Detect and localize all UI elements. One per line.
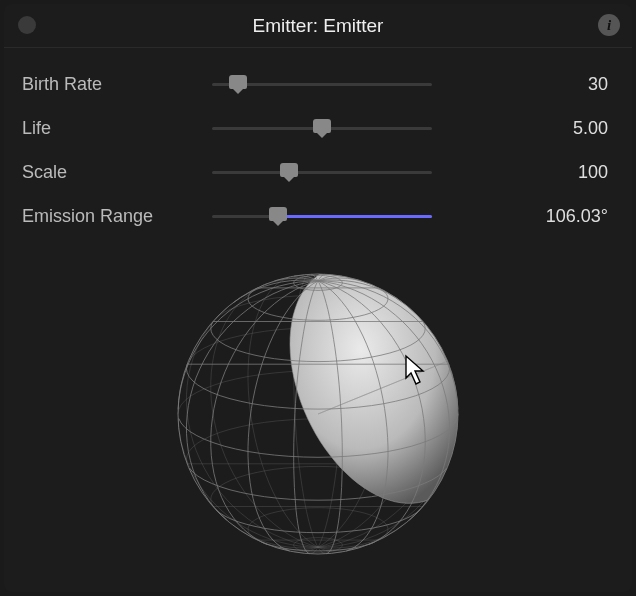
slider-fill xyxy=(278,215,432,218)
slider-thumb[interactable] xyxy=(229,75,247,89)
slider-thumb[interactable] xyxy=(280,163,298,177)
param-row-life: Life 5.00 xyxy=(22,106,614,150)
window-dot-icon xyxy=(18,16,36,34)
param-label: Scale xyxy=(22,162,212,183)
param-row-emission-range: Emission Range 106.03° xyxy=(22,194,614,238)
param-row-scale: Scale 100 xyxy=(22,150,614,194)
life-slider[interactable] xyxy=(212,116,432,140)
life-value[interactable]: 5.00 xyxy=(432,118,614,139)
param-label: Emission Range xyxy=(22,206,212,227)
param-label: Birth Rate xyxy=(22,74,212,95)
param-row-birth-rate: Birth Rate 30 xyxy=(22,62,614,106)
slider-thumb[interactable] xyxy=(313,119,331,133)
emission-range-value[interactable]: 106.03° xyxy=(432,206,614,227)
slider-thumb[interactable] xyxy=(269,207,287,221)
panel-title: Emitter: Emitter xyxy=(253,15,384,37)
param-label: Life xyxy=(22,118,212,139)
scale-value[interactable]: 100 xyxy=(432,162,614,183)
emitter-hud-panel: Emitter: Emitter i Birth Rate 30 Life 5.… xyxy=(4,4,632,592)
info-icon[interactable]: i xyxy=(598,14,620,36)
birth-rate-value[interactable]: 30 xyxy=(432,74,614,95)
emission-range-slider[interactable] xyxy=(212,204,432,228)
scale-slider[interactable] xyxy=(212,160,432,184)
panel-header: Emitter: Emitter i xyxy=(4,4,632,48)
birth-rate-slider[interactable] xyxy=(212,72,432,96)
parameter-list: Birth Rate 30 Life 5.00 Scale 100 E xyxy=(4,48,632,246)
emission-sphere-preview[interactable] xyxy=(4,246,632,592)
